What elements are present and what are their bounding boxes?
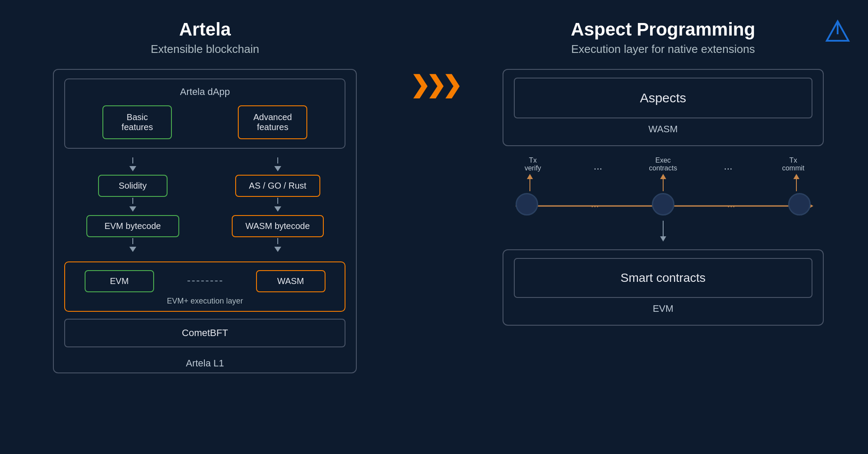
tl-dots-2: ... bbox=[720, 199, 743, 210]
right-panel: Aspect Programming Execution layer for n… bbox=[476, 19, 851, 326]
flow-right: AS / GO / Rust WASM bytecode bbox=[232, 157, 324, 255]
artela-dapp-label: Artela dApp bbox=[74, 86, 336, 98]
exec-contracts-label: Execcontracts bbox=[646, 157, 681, 172]
tl-node-2 bbox=[652, 193, 674, 216]
basic-features-label: Basicfeatures bbox=[122, 112, 153, 132]
timeline-section: Txverify ... Execcontracts ... Txcommit bbox=[503, 157, 824, 242]
right-subtitle: Execution layer for native extensions bbox=[571, 42, 755, 56]
timeline-labels: Txverify ... Execcontracts ... Txcommit bbox=[503, 157, 824, 172]
up-arrow-3 bbox=[793, 174, 799, 191]
cometbft-label: CometBFT bbox=[182, 327, 228, 338]
down-arrow bbox=[660, 221, 666, 242]
chevron-arrow: ❯❯❯ bbox=[410, 71, 458, 98]
tl-node-1 bbox=[516, 193, 538, 216]
evm-plus-label: EVM+ execution layer bbox=[74, 297, 336, 306]
cometbft-box: CometBFT bbox=[64, 319, 345, 347]
solidity-label: Solidity bbox=[118, 181, 146, 190]
left-panel: Artela Extensible blockchain Artela dApp… bbox=[17, 19, 393, 373]
evm-label: EVM bbox=[110, 276, 128, 286]
aspects-outer-box: Aspects WASM bbox=[503, 69, 824, 146]
dots-label-2: ... bbox=[711, 160, 746, 172]
tx-verify-label: Txverify bbox=[516, 157, 550, 172]
flow-left: Solidity EVM bytecode bbox=[86, 157, 179, 255]
wasm-box: WASM bbox=[256, 270, 326, 292]
smart-inner-box: Smart contracts bbox=[514, 258, 812, 298]
solidity-box: Solidity bbox=[98, 175, 168, 197]
smart-outer-box: Smart contracts EVM bbox=[503, 249, 824, 326]
wasm-bytecode-box: WASM bytecode bbox=[232, 215, 324, 237]
artela-dapp-box: Artela dApp Basicfeatures Advancedfeatur… bbox=[64, 78, 345, 149]
up-arrow-1 bbox=[527, 174, 533, 191]
evm-bytecode-label: EVM bytecode bbox=[105, 221, 161, 231]
dashed-connector bbox=[187, 281, 222, 281]
smart-contracts-label: Smart contracts bbox=[621, 271, 706, 284]
tl-node-3 bbox=[788, 193, 811, 216]
evm-box: EVM bbox=[85, 270, 154, 292]
features-row: Basicfeatures Advancedfeatures bbox=[74, 105, 336, 139]
right-title: Aspect Programming bbox=[571, 19, 755, 40]
artela-l1-box: Artela dApp Basicfeatures Advancedfeatur… bbox=[53, 69, 357, 373]
language-flow: Solidity EVM bytecode AS / GO / Rust bbox=[64, 157, 345, 255]
as-go-rust-box: AS / GO / Rust bbox=[235, 175, 320, 197]
tl-dots-1: ... bbox=[584, 199, 606, 210]
aspects-label: Aspects bbox=[640, 91, 686, 105]
left-title: Artela bbox=[179, 19, 231, 40]
tx-commit-label: Txcommit bbox=[776, 157, 811, 172]
basic-features-box: Basicfeatures bbox=[102, 105, 172, 139]
dots-label-1: ... bbox=[581, 160, 615, 172]
advanced-features-label: Advancedfeatures bbox=[253, 112, 292, 132]
timeline-nodes: ... ... bbox=[503, 193, 824, 216]
evm-plus-box: EVM WASM EVM+ execution layer bbox=[64, 261, 345, 312]
left-subtitle: Extensible blockchain bbox=[151, 42, 259, 56]
artela-logo bbox=[825, 19, 851, 47]
up-arrow-2 bbox=[660, 174, 666, 191]
wasm-label: WASM bbox=[277, 276, 304, 286]
evm-plus-inner: EVM WASM bbox=[74, 270, 336, 292]
evm-label-bottom: EVM bbox=[514, 303, 812, 314]
timeline-nodes-row: ... ... bbox=[503, 193, 824, 219]
evm-bytecode-box: EVM bytecode bbox=[86, 215, 179, 237]
aspects-inner-box: Aspects bbox=[514, 78, 812, 118]
as-go-rust-label: AS / GO / Rust bbox=[249, 181, 306, 190]
advanced-features-box: Advancedfeatures bbox=[238, 105, 307, 139]
artela-l1-label: Artela L1 bbox=[54, 358, 356, 369]
wasm-label: WASM bbox=[514, 124, 812, 135]
wasm-bytecode-label: WASM bytecode bbox=[246, 221, 310, 231]
